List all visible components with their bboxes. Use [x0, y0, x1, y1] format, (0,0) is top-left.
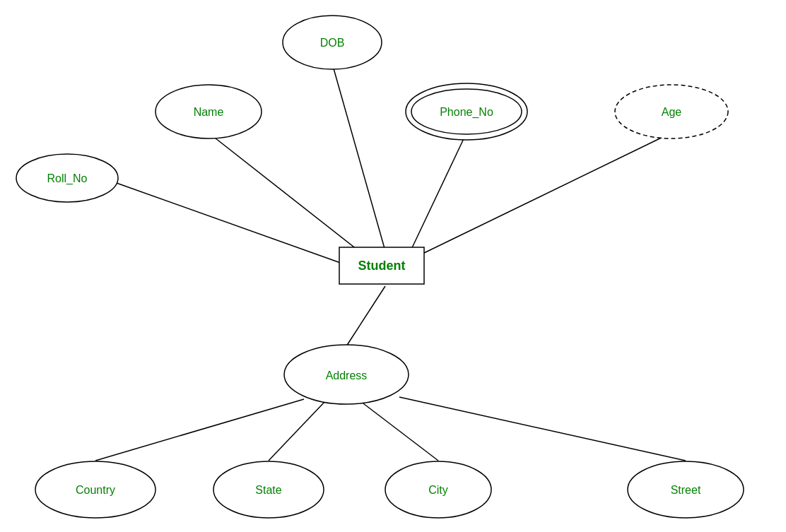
line-address-city: [360, 401, 438, 461]
line-student-age: [424, 133, 671, 253]
country-label: Country: [76, 484, 115, 496]
age-label: Age: [662, 106, 682, 118]
phone-label: Phone_No: [440, 106, 493, 119]
line-student-rollno: [115, 182, 346, 265]
street-label: Street: [671, 484, 701, 496]
state-label: State: [255, 484, 281, 496]
line-address-state: [269, 401, 325, 461]
line-student-dob: [332, 64, 385, 251]
name-label: Name: [194, 106, 224, 118]
dob-label: DOB: [320, 37, 345, 49]
line-student-name: [209, 133, 360, 252]
student-label: Student: [358, 259, 406, 273]
line-student-phone: [410, 133, 467, 252]
er-diagram: DOB Name Phone_No Age Roll_No Student Ad…: [0, 0, 786, 532]
line-address-street: [399, 397, 686, 461]
rollno-label: Roll_No: [47, 172, 88, 185]
address-label: Address: [326, 370, 368, 382]
city-label: City: [428, 484, 448, 496]
line-student-address: [346, 286, 385, 346]
line-address-country: [95, 399, 304, 461]
